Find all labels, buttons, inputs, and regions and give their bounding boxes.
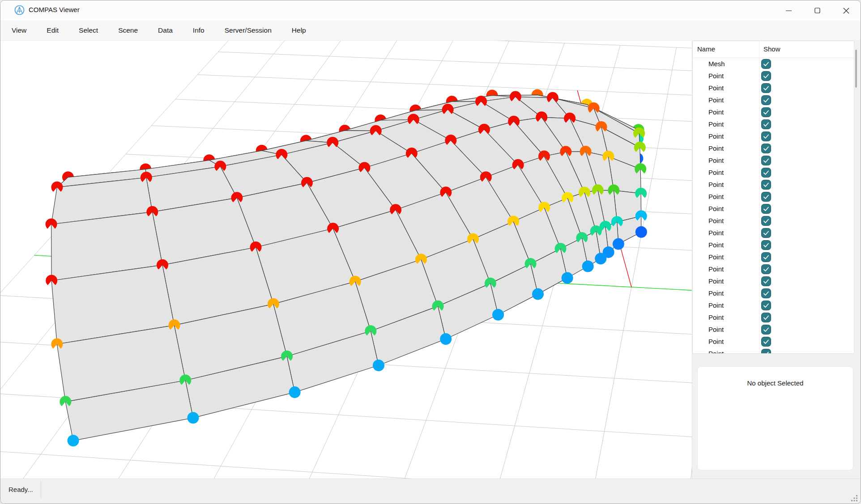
show-checkbox[interactable]	[761, 192, 771, 202]
tree-row-name: Point	[708, 338, 724, 345]
compas-logo-icon	[14, 5, 25, 15]
menu-item-info[interactable]: Info	[193, 26, 205, 34]
show-checkbox[interactable]	[761, 325, 771, 335]
mesh-point[interactable]	[635, 226, 647, 238]
resize-grip[interactable]	[851, 495, 857, 501]
tree-row-point[interactable]: Point	[693, 70, 854, 82]
show-checkbox[interactable]	[761, 83, 771, 93]
menu-item-data[interactable]: Data	[158, 26, 173, 34]
menu-item-help[interactable]: Help	[292, 26, 306, 34]
tree-row-point[interactable]: Point	[693, 275, 854, 288]
show-checkbox[interactable]	[761, 301, 771, 310]
mesh-point[interactable]	[188, 412, 199, 424]
show-checkbox[interactable]	[761, 276, 771, 286]
selection-info-panel: No object Selected	[697, 366, 853, 470]
tree-row-point[interactable]: Point	[693, 191, 854, 203]
show-checkbox[interactable]	[761, 156, 771, 165]
show-checkbox[interactable]	[761, 59, 771, 69]
tree-row-name: Point	[708, 132, 724, 140]
show-checkbox[interactable]	[761, 168, 771, 178]
tree-row-point[interactable]: Point	[693, 119, 854, 131]
maximize-icon	[814, 8, 821, 14]
tree-row-name: Point	[708, 265, 724, 273]
scene-line	[656, 50, 692, 479]
tree-row-point[interactable]: Point	[693, 179, 854, 191]
maximize-button[interactable]	[803, 0, 832, 21]
close-button[interactable]	[832, 0, 861, 21]
show-checkbox[interactable]	[761, 240, 771, 250]
status-message: Ready...	[9, 486, 33, 493]
show-checkbox[interactable]	[761, 180, 771, 190]
scene-canvas[interactable]	[0, 41, 692, 479]
tree-row-point[interactable]: Point	[693, 251, 854, 263]
scrollbar-thumb[interactable]	[855, 50, 857, 88]
tree-row-name: Point	[708, 108, 724, 116]
show-checkbox[interactable]	[761, 95, 771, 105]
menu-item-select[interactable]: Select	[79, 26, 98, 34]
show-checkbox[interactable]	[761, 337, 771, 347]
show-checkbox[interactable]	[761, 264, 771, 274]
tree-row-name: Point	[708, 253, 724, 261]
show-checkbox[interactable]	[761, 216, 771, 226]
tree-row-point[interactable]: Point	[693, 106, 854, 119]
tree-row-point[interactable]: Point	[693, 167, 854, 179]
show-checkbox[interactable]	[761, 107, 771, 117]
tree-row-point[interactable]: Point	[693, 348, 854, 354]
viewport-3d[interactable]	[0, 41, 692, 479]
tree-row-name: Point	[708, 72, 724, 80]
mesh-point[interactable]	[562, 272, 573, 284]
tree-row-point[interactable]: Point	[693, 324, 854, 336]
mesh-point[interactable]	[440, 333, 452, 345]
tree-row-point[interactable]: Point	[693, 131, 854, 143]
show-checkbox[interactable]	[761, 313, 771, 322]
tree-row-name: Point	[708, 96, 724, 104]
tree-row-mesh[interactable]: Mesh	[693, 58, 854, 70]
mesh-point[interactable]	[68, 435, 79, 446]
show-checkbox[interactable]	[761, 288, 771, 298]
menu-item-view[interactable]: View	[12, 26, 26, 34]
mesh-point[interactable]	[373, 360, 384, 371]
tree-row-point[interactable]: Point	[693, 143, 854, 155]
tree-row-name: Point	[708, 313, 724, 321]
tree-row-name: Point	[708, 326, 724, 333]
tree-row-point[interactable]: Point	[693, 288, 854, 300]
tree-row-point[interactable]: Point	[693, 155, 854, 167]
tree-row-name: Point	[708, 181, 724, 188]
mesh-point[interactable]	[532, 288, 544, 300]
menu-item-server-session[interactable]: Server/Session	[225, 26, 272, 34]
tree-row-point[interactable]: Point	[693, 94, 854, 106]
mesh-point[interactable]	[595, 253, 606, 264]
tree-row-name: Point	[708, 144, 724, 152]
show-checkbox[interactable]	[761, 228, 771, 238]
show-checkbox[interactable]	[761, 119, 771, 129]
tree-row-point[interactable]: Point	[693, 215, 854, 227]
tree-row-point[interactable]: Point	[693, 227, 854, 239]
mesh-point[interactable]	[613, 238, 624, 250]
tree-row-point[interactable]: Point	[693, 203, 854, 215]
menu-item-edit[interactable]: Edit	[47, 26, 59, 34]
tree-row-point[interactable]: Point	[693, 300, 854, 312]
show-checkbox[interactable]	[761, 204, 771, 214]
show-checkbox[interactable]	[761, 71, 771, 81]
mesh-point[interactable]	[289, 386, 301, 398]
show-checkbox[interactable]	[761, 252, 771, 262]
show-checkbox[interactable]	[761, 144, 771, 153]
show-checkbox[interactable]	[761, 131, 771, 141]
menu-bar: ViewEditSelectSceneDataInfoServer/Sessio…	[0, 21, 861, 41]
mesh-point[interactable]	[582, 261, 594, 272]
show-checkbox[interactable]	[761, 349, 771, 354]
tree-row-name: Point	[708, 241, 724, 249]
window-title: COMPAS Viewer	[29, 6, 80, 13]
tree-row-point[interactable]: Point	[693, 312, 854, 324]
tree-row-point[interactable]: Point	[693, 239, 854, 251]
title-bar[interactable]: COMPAS Viewer	[0, 0, 861, 21]
tree-row-point[interactable]: Point	[693, 82, 854, 94]
tree-row-name: Point	[708, 277, 724, 285]
no-selection-message: No object Selected	[747, 379, 804, 387]
column-header-show: Show	[763, 45, 780, 53]
minimize-button[interactable]	[775, 0, 803, 21]
mesh-point[interactable]	[492, 309, 504, 321]
tree-row-point[interactable]: Point	[693, 336, 854, 348]
tree-row-point[interactable]: Point	[693, 263, 854, 275]
menu-item-scene[interactable]: Scene	[118, 26, 138, 34]
